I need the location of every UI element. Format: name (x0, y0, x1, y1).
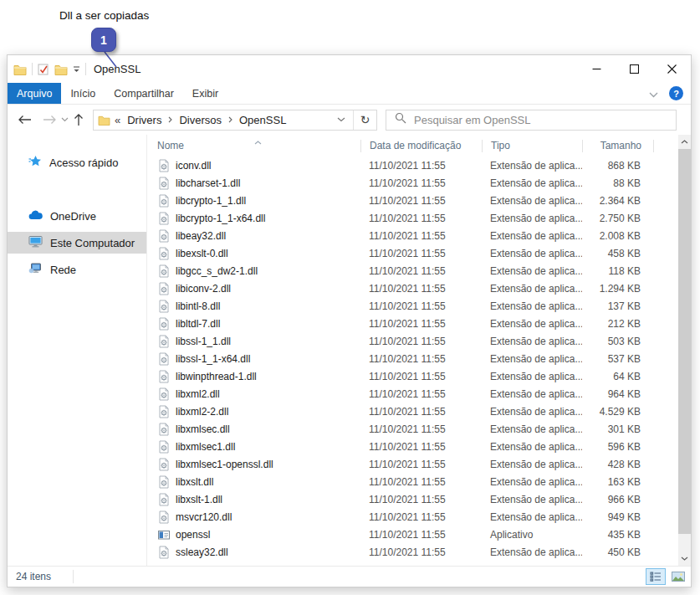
vertical-scrollbar[interactable] (678, 135, 691, 566)
file-row[interactable]: libxmlsec.dll11/10/2021 11:55Extensão de… (147, 420, 691, 438)
scrollbar-thumb[interactable] (678, 149, 691, 534)
file-size: 88 KB (582, 177, 652, 189)
file-name-cell: libgcc_s_dw2-1.dll (147, 264, 360, 278)
file-name-cell: libcharset-1.dll (147, 177, 360, 190)
file-size: 428 KB (582, 459, 652, 470)
column-headers: Nome Data de modificação Tipo Tamanho (147, 135, 691, 156)
breadcrumb-overflow[interactable]: « (115, 114, 120, 126)
file-name-cell: openssl (147, 528, 360, 541)
file-row[interactable]: libssl-1_1.dll11/10/2021 11:55Extensão d… (147, 332, 691, 350)
tab-compartilhar[interactable]: Compartilhar (105, 83, 183, 104)
ribbon-collapse-chevron-icon[interactable] (649, 86, 658, 101)
file-date: 11/10/2021 11:55 (360, 177, 482, 189)
breadcrumb-item-openssl[interactable]: OpenSSL (238, 114, 288, 126)
file-name-cell: libxml2.dll (147, 387, 360, 401)
sidebar-item-este-computador[interactable]: Este Computador (8, 232, 146, 254)
file-row[interactable]: libxml2.dll11/10/2021 11:55Extensão de a… (147, 385, 691, 403)
tab-arquivo[interactable]: Arquivo (8, 83, 61, 104)
sidebar-item-label: Rede (50, 264, 76, 276)
file-row[interactable]: libcharset-1.dll11/10/2021 11:55Extensão… (147, 174, 691, 192)
customize-toolbar-button[interactable] (73, 66, 80, 73)
minimize-button[interactable] (578, 55, 616, 83)
breadcrumb-item-diversos[interactable]: Diversos (177, 114, 223, 126)
file-row[interactable]: libcrypto-1_1.dll11/10/2021 11:55Extensã… (147, 192, 691, 209)
file-size: 450 KB (582, 546, 652, 558)
file-row[interactable]: libxmlsec1-openssl.dll11/10/2021 11:55Ex… (147, 455, 691, 473)
file-row[interactable]: msvcr120.dll11/10/2021 11:55Extensão de … (147, 508, 691, 526)
file-row[interactable]: libssl-1_1-x64.dll11/10/2021 11:55Extens… (147, 350, 691, 367)
dll-file-icon (157, 510, 171, 524)
file-row[interactable]: iconv.dll11/10/2021 11:55Extensão de apl… (147, 156, 691, 174)
file-row[interactable]: libiconv-2.dll11/10/2021 11:55Extensão d… (147, 280, 691, 297)
sidebar-item-onedrive[interactable]: OneDrive (8, 205, 146, 227)
thumbnail-view-button[interactable] (668, 568, 688, 585)
search-input[interactable] (414, 114, 676, 126)
recent-locations-chevron-icon[interactable] (61, 117, 69, 122)
breadcrumb-item-drivers[interactable]: Drivers (125, 114, 163, 126)
file-date: 11/10/2021 11:55 (360, 423, 482, 435)
close-button[interactable] (653, 55, 691, 83)
sidebar-item-acesso-rapido[interactable]: Acesso rápido (8, 151, 146, 173)
breadcrumb-chevron-icon[interactable] (223, 116, 238, 123)
scroll-down-arrow-icon[interactable] (678, 551, 691, 566)
file-date: 11/10/2021 11:55 (360, 195, 482, 207)
file-row[interactable]: libxml2-2.dll11/10/2021 11:55Extensão de… (147, 403, 691, 420)
file-type: Extensão de aplica... (482, 248, 582, 259)
file-row[interactable]: libltdl-7.dll11/10/2021 11:55Extensão de… (147, 315, 691, 332)
details-view-button[interactable] (646, 568, 666, 585)
file-date: 11/10/2021 11:55 (360, 494, 482, 505)
file-size: 1.294 KB (582, 283, 652, 295)
file-row[interactable]: libxmlsec1.dll11/10/2021 11:55Extensão d… (147, 438, 691, 455)
file-row[interactable]: libexslt-0.dll11/10/2021 11:55Extensão d… (147, 244, 691, 262)
file-name: libxml2.dll (176, 388, 220, 400)
up-button[interactable] (74, 113, 84, 126)
column-header-tipo[interactable]: Tipo (483, 135, 582, 156)
sidebar-item-rede[interactable]: Rede (8, 259, 146, 280)
address-dropdown-chevron-icon[interactable] (330, 117, 353, 122)
file-row[interactable]: libwinpthread-1.dll11/10/2021 11:55Exten… (147, 367, 691, 385)
dll-file-icon (157, 423, 171, 436)
maximize-button[interactable] (616, 55, 653, 83)
breadcrumb-bar[interactable]: « Drivers Diversos OpenSSL ↻ (93, 110, 377, 131)
file-rows: iconv.dll11/10/2021 11:55Extensão de apl… (147, 156, 691, 566)
help-button[interactable]: ? (669, 86, 683, 100)
column-header-tamanho[interactable]: Tamanho (583, 135, 653, 156)
file-name-cell: libwinpthread-1.dll (147, 370, 360, 383)
refresh-button[interactable]: ↻ (354, 113, 376, 126)
dll-file-icon (157, 229, 171, 243)
toolbar-separator (85, 63, 86, 75)
file-row[interactable]: libcrypto-1_1-x64.dll11/10/2021 11:55Ext… (147, 209, 691, 227)
back-button[interactable] (18, 115, 32, 125)
file-size: 2.008 KB (582, 230, 652, 242)
file-row[interactable]: libeay32.dll11/10/2021 11:55Extensão de … (147, 227, 691, 244)
scroll-up-arrow-icon[interactable] (678, 135, 691, 149)
forward-button[interactable] (43, 115, 57, 125)
file-row[interactable]: openssl11/10/2021 11:55Aplicativo435 KB (147, 526, 691, 543)
file-row[interactable]: ssleay32.dll11/10/2021 11:55Extensão de … (147, 543, 691, 561)
dll-file-icon (157, 177, 171, 190)
file-row[interactable]: libxslt-1.dll11/10/2021 11:55Extensão de… (147, 490, 691, 508)
folder-icon[interactable] (98, 115, 110, 126)
file-type: Extensão de aplica... (482, 494, 582, 505)
dll-file-icon (157, 440, 171, 454)
breadcrumb-chevron-icon[interactable] (163, 116, 177, 123)
file-name: libgcc_s_dw2-1.dll (176, 265, 258, 277)
view-toggles (646, 568, 688, 585)
tab-inicio[interactable]: Início (61, 83, 105, 104)
properties-button[interactable] (38, 64, 49, 75)
file-row[interactable]: libintl-8.dll11/10/2021 11:55Extensão de… (147, 297, 691, 315)
callout-connector-line (99, 50, 120, 70)
new-folder-button[interactable] (54, 64, 68, 75)
file-name: libxmlsec1-openssl.dll (176, 459, 273, 470)
column-header-data[interactable]: Data de modificação (361, 135, 482, 156)
file-date: 11/10/2021 11:55 (360, 265, 482, 277)
file-date: 11/10/2021 11:55 (360, 511, 482, 523)
file-row[interactable]: libxslt.dll11/10/2021 11:55Extensão de a… (147, 473, 691, 490)
file-row[interactable]: libgcc_s_dw2-1.dll11/10/2021 11:55Extens… (147, 262, 691, 280)
file-type: Extensão de aplica... (482, 177, 582, 189)
file-date: 11/10/2021 11:55 (360, 459, 482, 470)
dll-file-icon (157, 317, 171, 331)
search-box[interactable] (386, 110, 677, 131)
file-name: libeay32.dll (176, 230, 226, 242)
tab-exibir[interactable]: Exibir (183, 83, 227, 104)
